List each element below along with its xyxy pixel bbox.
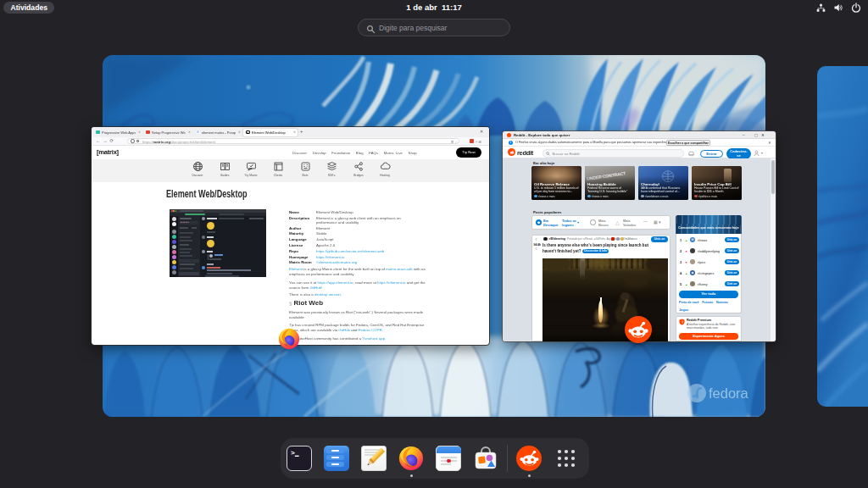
svg-text:fedora: fedora: [709, 385, 749, 401]
